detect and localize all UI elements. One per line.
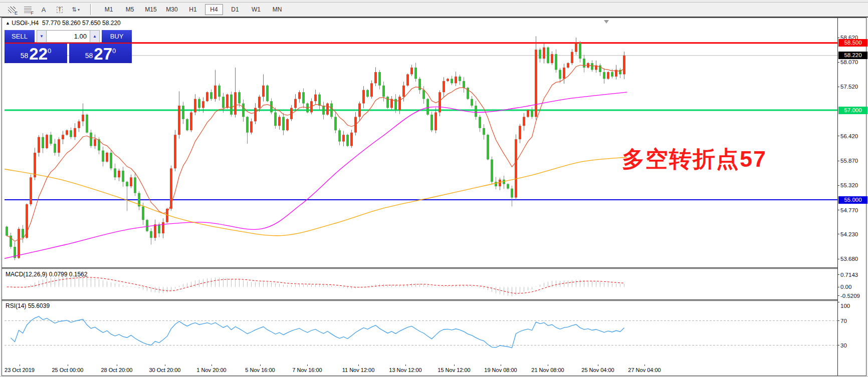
time-axis[interactable]: 23 Oct 201925 Oct 00:0028 Oct 20:0030 Oc… — [2, 364, 837, 375]
candle-body — [370, 83, 373, 97]
candle-body — [86, 115, 88, 133]
candle-body — [551, 54, 553, 63]
price-tick — [837, 38, 839, 38]
rsi-scale-label: 70 — [840, 317, 847, 324]
candle-body — [451, 79, 453, 83]
candle-body — [210, 92, 212, 99]
candle-body — [579, 43, 581, 59]
candle-body — [110, 153, 112, 168]
candle-body — [266, 86, 269, 101]
time-tick — [117, 364, 117, 366]
chart-window[interactable]: ▲ USOil-,H4 57.770 58.260 57.650 58.220 … — [2, 18, 866, 376]
macd-tick — [837, 295, 839, 296]
timeframe-button-h4[interactable]: H4 — [205, 4, 223, 15]
equidistant-channel-icon[interactable]: E — [5, 4, 18, 15]
timeframe-button-w1[interactable]: W1 — [247, 4, 265, 15]
candle-body — [94, 139, 96, 146]
sell-price-display[interactable]: 58 22 0 — [5, 44, 67, 63]
candle-body — [547, 48, 549, 63]
macd-scale-label: 0.00 — [840, 283, 851, 290]
macd-indicator-chart[interactable] — [5, 269, 837, 299]
candle-body — [543, 48, 545, 59]
symbol-timeframe-label: USOil-,H4 — [12, 20, 39, 27]
text-icon[interactable]: A — [37, 4, 50, 15]
price-line-badge: 55.000 — [838, 196, 867, 204]
candle-body — [511, 189, 513, 198]
time-tick — [165, 364, 165, 366]
candle-body — [18, 229, 20, 258]
candle-body — [350, 133, 353, 146]
price-tick-label: 56.420 — [840, 133, 858, 140]
candle-body — [294, 99, 297, 108]
buy-price-display[interactable]: 58 27 0 — [69, 44, 132, 63]
time-axis-label: 21 Nov 08:00 — [531, 367, 564, 373]
rsi-indicator-chart[interactable] — [5, 301, 837, 364]
candle-body — [507, 184, 509, 189]
price-tick — [837, 234, 839, 234]
time-tick — [211, 364, 212, 366]
panel-divider[interactable] — [2, 267, 837, 269]
price-tick-label: 55.870 — [840, 157, 858, 164]
volume-input[interactable] — [47, 30, 90, 43]
volume-increase-button[interactable]: ▲ — [90, 30, 100, 43]
candle-body — [390, 99, 393, 108]
price-tick — [837, 161, 839, 161]
price-tick — [837, 259, 839, 259]
timeframe-button-h1[interactable]: H1 — [184, 4, 202, 15]
time-tick — [644, 364, 645, 366]
candle-body — [571, 52, 573, 63]
time-axis-label: 13 Nov 12:00 — [389, 367, 421, 373]
buy-price-prefix: 58 — [85, 49, 93, 62]
buy-button[interactable]: BUY — [102, 30, 132, 43]
candle-body — [314, 95, 317, 101]
timeframe-button-m30[interactable]: M30 — [163, 4, 181, 15]
chart-shift-marker-icon[interactable] — [604, 20, 609, 24]
sell-button[interactable]: SELL — [5, 30, 35, 43]
candle-body — [42, 137, 44, 148]
candle-body — [122, 171, 124, 182]
macd-scale-label: -0.5209 — [840, 292, 860, 299]
candle-body — [274, 112, 277, 126]
rsi-tick — [837, 320, 839, 321]
time-tick — [307, 364, 308, 366]
timeframe-button-m5[interactable]: M5 — [121, 4, 139, 15]
candle-body — [334, 117, 337, 130]
candle-body — [410, 68, 413, 74]
candle-body — [330, 104, 333, 117]
candle-body — [583, 59, 585, 68]
candle-body — [222, 97, 225, 108]
candle-body — [282, 117, 285, 130]
candle-body — [487, 135, 489, 159]
volume-decrease-button[interactable]: ▼ — [37, 30, 47, 43]
timeframe-group: M1M5M15M30H1H4D1W1MN — [95, 4, 291, 15]
candle-body — [362, 90, 365, 104]
price-axis-separator — [837, 18, 838, 375]
candle-body — [174, 135, 176, 168]
candle-body — [34, 153, 36, 177]
candle-body — [302, 92, 305, 103]
macd-tick — [837, 287, 839, 287]
timeframe-button-d1[interactable]: D1 — [226, 4, 244, 15]
text-label-icon[interactable]: T — [53, 4, 66, 15]
candle-body — [30, 177, 32, 204]
candle-body — [102, 151, 104, 162]
candle-body — [567, 63, 569, 68]
timeframe-button-mn[interactable]: MN — [268, 4, 286, 15]
candle-body — [206, 92, 208, 101]
time-tick — [501, 364, 501, 366]
price-tick-label: 55.320 — [840, 182, 858, 189]
collapse-icon[interactable]: ▲ — [6, 21, 10, 26]
fibonacci-retracement-icon[interactable]: F — [21, 4, 34, 15]
price-tick — [837, 136, 839, 136]
candle-body — [242, 104, 245, 117]
candle-body — [286, 119, 289, 130]
timeframe-button-m1[interactable]: M1 — [100, 4, 118, 15]
candle-body — [491, 159, 493, 182]
candle-body — [495, 182, 497, 186]
candle-body — [130, 177, 132, 186]
timeframe-button-m15[interactable]: M15 — [142, 4, 160, 15]
time-axis-label: 15 Nov 12:00 — [438, 367, 470, 373]
candle-body — [607, 72, 609, 79]
time-axis-label: 1 Nov 20:00 — [196, 367, 226, 373]
arrow-tools-icon[interactable]: ⇅▾ — [69, 4, 82, 15]
